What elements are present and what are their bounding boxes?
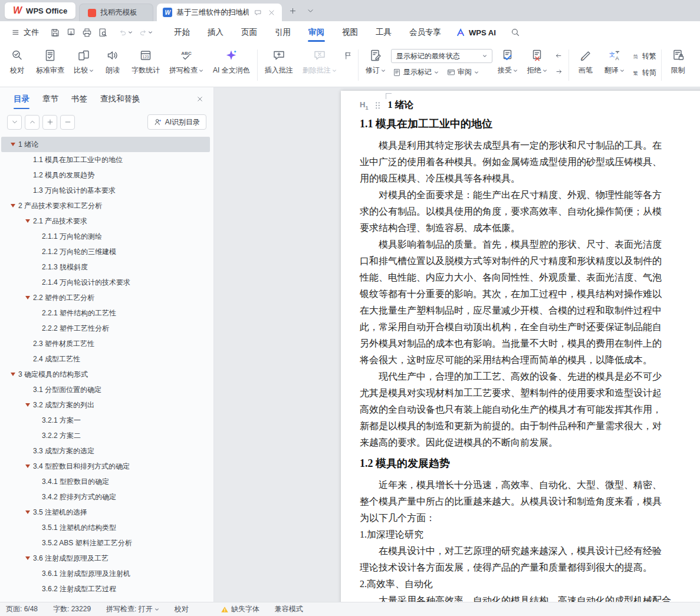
save-icon[interactable]	[47, 25, 63, 41]
toc-item[interactable]: 3.6 注射成型原理及工艺	[1, 551, 210, 566]
toc-item[interactable]: 3.5.2 ABS 塑料注塑工艺分析	[1, 535, 210, 551]
collapse-all-button[interactable]	[7, 115, 22, 130]
ribbon-button-spell[interactable]: ABC拼写检查	[165, 44, 208, 87]
toc-item[interactable]: 1.3 万向轮设计的基本要求	[1, 183, 210, 198]
sidebar-tab-chapter[interactable]: 章节	[36, 87, 65, 111]
missing-font-warning[interactable]: 缺失字体	[221, 604, 259, 614]
menu-tab-page[interactable]: 页面	[232, 21, 266, 44]
toc-item[interactable]: 2.3 塑件材质工艺性	[1, 336, 210, 351]
menu-tab-insert[interactable]: 插入	[199, 21, 232, 44]
toc-item[interactable]: 3 确定模具的结构形式	[1, 367, 210, 382]
toc-item[interactable]: 3.2.2 方案二	[1, 428, 210, 443]
ribbon-button-next[interactable]	[553, 65, 566, 78]
expander-icon[interactable]	[25, 510, 33, 514]
zoom-in-button[interactable]	[42, 115, 57, 130]
expander-icon[interactable]	[25, 556, 33, 560]
sidebar-tab-find-replace[interactable]: 查找和替换	[94, 87, 147, 111]
toc-item[interactable]: 3.4.2 腔排列方式的确定	[1, 489, 210, 505]
expander-icon[interactable]	[25, 403, 33, 407]
toc-item[interactable]: 2.2.2 塑件工艺性分析	[1, 321, 210, 336]
ribbon-button-accept[interactable]: 接受	[494, 44, 522, 87]
toc-item[interactable]: 3.5.1 注塑机的结构类型	[1, 520, 210, 535]
search-icon[interactable]	[508, 25, 523, 40]
ai-recognize-toc-button[interactable]: AI识别目录	[147, 114, 206, 130]
expander-icon[interactable]	[11, 143, 18, 146]
ribbon-button-read[interactable]: 朗读	[99, 44, 126, 87]
tab-list-dropdown-icon[interactable]	[303, 4, 317, 18]
close-tab-icon[interactable]	[267, 8, 276, 17]
toc-item[interactable]: 2.2.1 塑件结构的工艺性	[1, 305, 210, 321]
sidebar-tab-toc[interactable]: 目录	[7, 87, 36, 111]
menu-tab-member[interactable]: 会员专享	[400, 21, 450, 44]
ribbon-button-restrict[interactable]: 限制	[665, 44, 692, 87]
toc-item[interactable]: 3.3 成型方案的选定	[1, 443, 210, 459]
toc-item[interactable]: 3.2 成型方案的列出	[1, 397, 210, 413]
drag-handle-icon[interactable]	[373, 101, 382, 110]
ribbon-button-marks[interactable]: 显示标记	[391, 66, 441, 78]
expander-icon[interactable]	[11, 373, 18, 376]
toc-item[interactable]: 2.1.1 万向轮的测绘	[1, 229, 210, 244]
sidebar-tab-bookmark[interactable]: 书签	[65, 87, 94, 111]
ribbon-button-prev[interactable]	[553, 49, 566, 62]
expander-icon[interactable]	[25, 296, 33, 299]
spellcheck-toggle[interactable]: 拼写检查: 打开	[106, 604, 159, 614]
toc-item[interactable]: 3.1 分型面位置的确定	[1, 382, 210, 397]
toc-item[interactable]: 2.1 产品技术要求	[1, 213, 210, 229]
expander-icon[interactable]	[25, 465, 33, 468]
toc-item[interactable]: 3.6.1 注射成型原理及注射机	[1, 566, 210, 581]
menu-tab-view[interactable]: 视图	[333, 21, 367, 44]
heading-level-icon[interactable]: H1	[360, 100, 368, 111]
wps-ai-menu-item[interactable]: WPS AI	[456, 28, 496, 38]
document-canvas[interactable]: H11 绪论1.1 模具在加工工业中的地位 模具是利用其特定形状去成型具有一定的…	[214, 87, 700, 602]
zoom-out-button[interactable]	[60, 115, 75, 130]
ribbon-button-ai-polish[interactable]: AI 全文润色	[209, 44, 254, 87]
file-menu-button[interactable]: 文件	[6, 24, 45, 41]
word-count-indicator[interactable]: 字数: 23229	[53, 604, 91, 614]
ribbon-button-translate[interactable]: 文A翻译	[600, 44, 629, 87]
toc-item[interactable]: 2 产品技术要求和工艺分析	[1, 198, 210, 213]
toc-item[interactable]: 1 绪论	[1, 137, 210, 152]
toc-item[interactable]: 3.2.1 方案一	[1, 413, 210, 428]
toc-item[interactable]: 3.4.1 型腔数目的确定	[1, 474, 210, 489]
ribbon-button-compare[interactable]: 比较	[70, 44, 98, 87]
menu-tab-tools[interactable]: 工具	[367, 21, 400, 44]
ribbon-button-comment-add[interactable]: 插入批注	[261, 44, 297, 87]
ribbon-button-reject[interactable]: 拒绝	[523, 44, 551, 87]
ribbon-button-pane[interactable]: 审阅	[445, 66, 481, 78]
ribbon-button-proofread[interactable]: 校对	[4, 44, 31, 87]
wps-office-home-tab[interactable]: W WPS Office	[5, 2, 75, 19]
toc-item[interactable]: 3.5 注塑机的选择	[1, 505, 210, 520]
toc-item[interactable]: 1.2 模具的发展趋势	[1, 167, 210, 183]
toc-item[interactable]: 2.2 塑件的工艺分析	[1, 290, 210, 305]
ribbon-button-resolve[interactable]	[342, 49, 355, 62]
ribbon-button-standard[interactable]: 标准审查	[32, 44, 68, 87]
ribbon-button-pen[interactable]: 画笔	[572, 44, 599, 87]
toc-item[interactable]: 2.1.3 脱模斜度	[1, 259, 210, 275]
toc-item[interactable]: 3.6.2 注射成型工艺过程	[1, 581, 210, 597]
proofread-status-button[interactable]: 校对	[175, 604, 189, 614]
ribbon-button-wordcount[interactable]: 123字数统计	[127, 44, 164, 87]
ribbon-button-fan[interactable]: 繁转简	[630, 67, 658, 79]
expander-icon[interactable]	[25, 219, 33, 223]
menu-tab-reference[interactable]: 引用	[266, 21, 300, 44]
template-store-tab[interactable]: 找稻壳模板	[79, 4, 153, 21]
document-page[interactable]: H11 绪论1.1 模具在加工工业中的地位 模具是利用其特定形状去成型具有一定的…	[341, 91, 700, 602]
toc-item[interactable]: 2.4 成型工艺性	[1, 351, 210, 367]
new-tab-button[interactable]	[285, 4, 300, 18]
expand-all-button[interactable]	[25, 115, 40, 130]
menu-tab-home[interactable]: 开始	[165, 21, 199, 44]
expander-icon[interactable]	[11, 204, 18, 207]
ribbon-button-jian[interactable]: 简转繁	[630, 50, 658, 62]
ribbon-button-revise[interactable]: 修订	[361, 44, 390, 87]
undo-button[interactable]	[116, 25, 136, 41]
toc-item[interactable]: 2.1.4 万向轮设计的技术要求	[1, 275, 210, 290]
toc-item[interactable]: 3.4 型腔数目和排列方式的确定	[1, 459, 210, 474]
menu-tab-review[interactable]: 审阅	[300, 21, 333, 44]
close-panel-icon[interactable]	[193, 93, 206, 106]
export-pdf-icon[interactable]	[63, 25, 79, 41]
toc-item[interactable]: 2.1.2 万向轮的三维建模	[1, 244, 210, 259]
compatibility-mode-indicator[interactable]: 兼容模式	[275, 604, 303, 614]
redo-button[interactable]	[136, 25, 156, 41]
show-markup-state-dropdown[interactable]: 显示标记的最终状态	[391, 49, 492, 63]
comment-bubble-icon[interactable]	[253, 8, 262, 17]
